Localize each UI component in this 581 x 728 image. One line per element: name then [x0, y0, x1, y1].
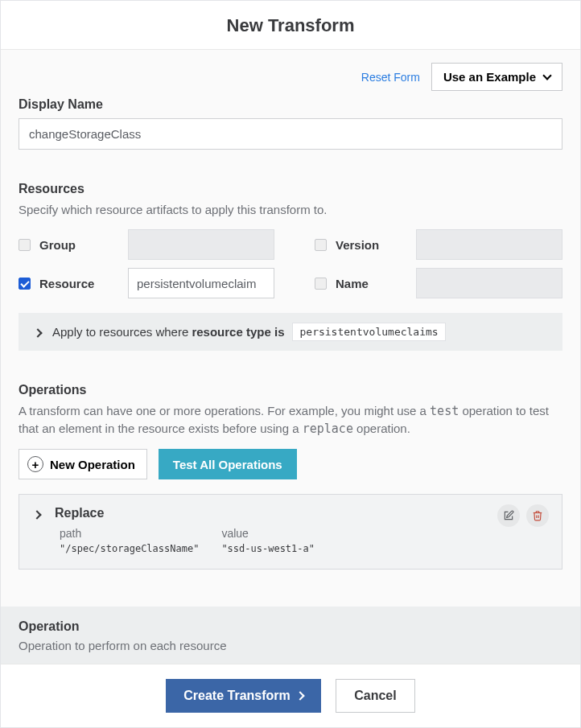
- resources-desc: Specify which resource artifacts to appl…: [19, 201, 562, 218]
- resource-input[interactable]: [128, 268, 274, 298]
- test-all-operations-button[interactable]: Test All Operations: [159, 449, 297, 479]
- new-operation-button[interactable]: + New Operation: [19, 449, 147, 479]
- apply-value: persistentvolumeclaims: [292, 323, 445, 341]
- chevron-right-icon: [33, 328, 42, 337]
- operations-desc: A transform can have one or more operati…: [19, 402, 562, 438]
- op-value-value: "ssd-us-west1-a": [221, 543, 315, 554]
- chevron-right-icon: [295, 691, 304, 700]
- edit-operation-button[interactable]: [497, 504, 520, 527]
- resource-label: Resource: [39, 277, 120, 290]
- display-name-input[interactable]: [19, 118, 562, 150]
- edit-icon: [503, 510, 514, 521]
- resource-checkbox[interactable]: [19, 278, 31, 290]
- apply-prefix: Apply to resources where: [52, 325, 192, 339]
- operation-title: Replace: [55, 506, 547, 520]
- chevron-down-icon: [542, 71, 551, 80]
- apply-bold: resource type is: [192, 325, 284, 339]
- operation-expand-toggle[interactable]: [34, 506, 40, 520]
- name-input: [416, 268, 562, 298]
- use-example-label: Use an Example: [443, 70, 536, 84]
- create-transform-button[interactable]: Create Transform: [166, 679, 321, 713]
- group-checkbox[interactable]: [19, 239, 31, 251]
- op-path-value: "/spec/storageClassName": [60, 543, 199, 554]
- version-input: [416, 229, 562, 260]
- cancel-button[interactable]: Cancel: [336, 679, 414, 713]
- operation-card: Replace path "/spec/storageClassName" va…: [19, 494, 562, 570]
- name-label: Name: [336, 277, 408, 290]
- name-checkbox[interactable]: [315, 278, 327, 290]
- plus-icon: +: [27, 456, 43, 472]
- version-checkbox[interactable]: [315, 239, 327, 251]
- group-input: [128, 229, 274, 260]
- op-path-label: path: [60, 527, 199, 540]
- create-transform-label: Create Transform: [183, 689, 290, 703]
- use-example-button[interactable]: Use an Example: [431, 63, 562, 91]
- trash-icon: [532, 510, 543, 521]
- operation-section-heading: Operation: [19, 619, 562, 634]
- group-label: Group: [39, 238, 120, 252]
- apply-expand-toggle[interactable]: [31, 326, 44, 339]
- version-label: Version: [336, 238, 408, 252]
- operation-section-desc: Operation to perform on each resource: [19, 639, 562, 652]
- delete-operation-button[interactable]: [526, 504, 549, 527]
- display-name-label: Display Name: [19, 97, 562, 112]
- resources-heading: Resources: [19, 182, 562, 196]
- apply-summary-bar: Apply to resources where resource type i…: [19, 313, 562, 351]
- reset-form-link[interactable]: Reset Form: [361, 71, 420, 84]
- op-value-label: value: [221, 527, 315, 540]
- new-operation-label: New Operation: [50, 458, 135, 471]
- operations-heading: Operations: [19, 383, 562, 397]
- page-title: New Transform: [1, 15, 580, 36]
- chevron-right-icon: [32, 510, 41, 519]
